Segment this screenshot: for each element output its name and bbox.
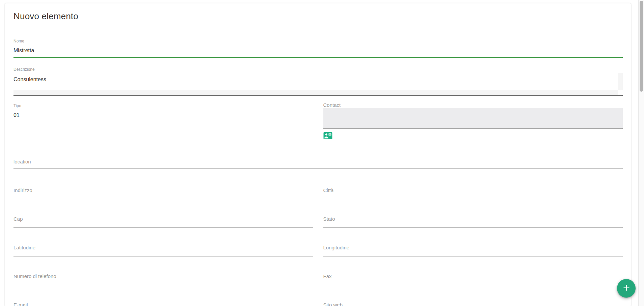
contact-picker-button[interactable] (323, 132, 332, 140)
row-cap-stato: Cap Stato (13, 216, 623, 228)
page: Nuovo elemento Nome Mistretta Descrizion… (0, 0, 644, 306)
page-title: Nuovo elemento (13, 11, 78, 22)
plus-icon (622, 283, 631, 293)
field-contact: Contact (323, 102, 623, 140)
indirizzo-label: Indirizzo (13, 188, 313, 193)
citta-label: Città (323, 188, 623, 193)
latitudine-label: Latitudine (13, 245, 313, 250)
telefono-label: Numero di telefono (13, 274, 313, 279)
location-label: location (13, 159, 623, 164)
descrizione-label: Descrizione (13, 67, 623, 71)
field-citta[interactable]: Città (323, 188, 623, 199)
stato-label: Stato (323, 216, 623, 221)
row-latitudine-longitudine: Latitudine Longitudine (13, 245, 623, 256)
tipo-input[interactable]: 01 (13, 113, 313, 118)
field-cap[interactable]: Cap (13, 216, 313, 228)
email-label: E-mail (13, 302, 313, 306)
descrizione-value[interactable]: Consulentess (13, 77, 46, 82)
fax-label: Fax (323, 274, 623, 279)
add-button[interactable] (617, 279, 636, 298)
field-tipo[interactable]: Tipo 01 (13, 102, 313, 140)
field-indirizzo[interactable]: Indirizzo (13, 188, 313, 199)
nome-input[interactable]: Mistretta (13, 48, 623, 53)
textarea-vertical-scrollbar[interactable] (618, 73, 623, 90)
row-telefono-fax: Numero di telefono Fax (13, 274, 623, 285)
field-location[interactable]: location (13, 159, 623, 169)
field-sito-web[interactable]: Sito web (323, 302, 623, 306)
field-nome[interactable]: Nome Mistretta (13, 39, 623, 58)
descrizione-textarea[interactable]: Consulentess (13, 73, 623, 96)
field-fax[interactable]: Fax (323, 274, 623, 285)
contact-label: Contact (323, 102, 623, 108)
new-element-card: Nuovo elemento Nome Mistretta Descrizion… (5, 3, 631, 306)
field-stato[interactable]: Stato (323, 216, 623, 228)
textarea-horizontal-scrollbar[interactable] (13, 90, 618, 95)
contact-card-icon (323, 135, 332, 141)
field-telefono[interactable]: Numero di telefono (13, 274, 313, 285)
field-email[interactable]: E-mail (13, 302, 313, 306)
window-scrollbar[interactable] (638, 0, 644, 306)
field-latitudine[interactable]: Latitudine (13, 245, 313, 256)
sito-web-label: Sito web (323, 302, 623, 306)
form: Nome Mistretta Descrizione Consulentess … (5, 39, 631, 306)
cap-label: Cap (13, 216, 313, 221)
row-email-sitoweb: E-mail Sito web (13, 302, 623, 306)
contact-input[interactable] (323, 108, 623, 129)
nome-label: Nome (13, 39, 623, 43)
card-header: Nuovo elemento (5, 3, 631, 29)
window-scrollbar-thumb[interactable] (640, 1, 643, 92)
field-descrizione[interactable]: Descrizione Consulentess (13, 67, 623, 96)
row-tipo-contact: Tipo 01 Contact (13, 102, 623, 140)
tipo-label: Tipo (13, 104, 313, 108)
field-longitudine[interactable]: Longitudine (323, 245, 623, 256)
longitudine-label: Longitudine (323, 245, 623, 250)
row-indirizzo-citta: Indirizzo Città (13, 188, 623, 199)
